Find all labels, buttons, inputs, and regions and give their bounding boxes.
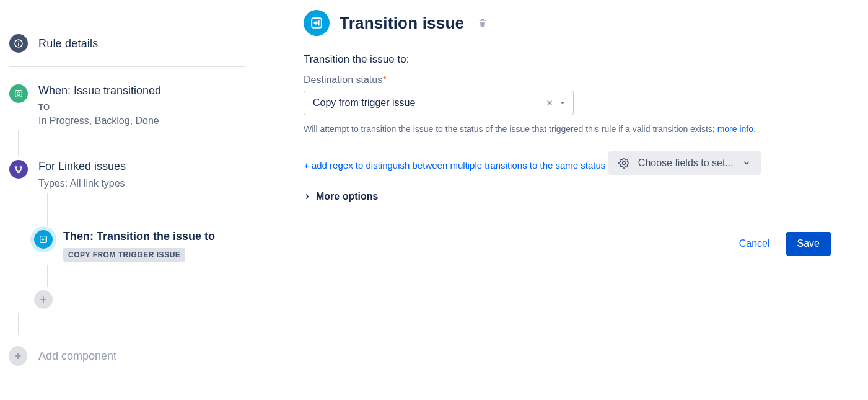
add-inner-component[interactable]: + <box>33 290 245 309</box>
main-header: Transition issue <box>304 10 843 36</box>
delete-action-button[interactable] <box>478 18 488 28</box>
choose-fields-label: Choose fields to set... <box>638 158 734 169</box>
more-options-toggle[interactable]: More options <box>304 191 843 202</box>
destination-status-help: Will attempt to transition the issue to … <box>304 123 843 135</box>
destination-status-label-text: Destination status <box>304 74 382 85</box>
connector-line <box>18 130 19 156</box>
connector-line <box>18 313 19 335</box>
branch-icon <box>9 160 28 179</box>
destination-status-select[interactable]: Copy from trigger issue <box>304 91 574 115</box>
transition-issue-icon <box>304 10 330 36</box>
form-actions: Cancel Save <box>304 232 843 256</box>
rail-divider <box>9 66 245 67</box>
transition-action-icon <box>34 230 53 249</box>
action-title: Then: Transition the issue to <box>63 230 215 243</box>
add-component-label: Add component <box>38 350 116 363</box>
destination-status-label: Destination status* <box>304 74 843 86</box>
lead-text: Transition the issue to: <box>304 53 843 66</box>
plus-icon: + <box>9 346 27 366</box>
svg-point-2 <box>18 41 19 42</box>
branch-node[interactable]: For Linked issues Types: All link types <box>9 160 245 189</box>
choose-fields-button[interactable]: Choose fields to set... <box>608 151 761 175</box>
caret-down-icon[interactable] <box>558 99 567 107</box>
add-component-row[interactable]: + Add component <box>9 346 245 366</box>
help-text-suffix: . <box>753 124 756 134</box>
save-button[interactable]: Save <box>786 232 831 256</box>
main-panel: Transition issue Transition the issue to… <box>254 0 868 400</box>
gear-icon <box>618 158 629 169</box>
more-options-label: More options <box>316 191 378 202</box>
trigger-title: When: Issue transitioned <box>38 84 161 97</box>
svg-point-11 <box>622 162 625 165</box>
rule-details-title: Rule details <box>38 37 98 50</box>
chevron-down-icon <box>742 159 751 167</box>
app-root: Rule details When: Issue transitioned TO… <box>0 0 868 400</box>
rule-details-row[interactable]: Rule details <box>9 34 245 53</box>
more-info-link[interactable]: more info <box>717 124 753 134</box>
trigger-statuses: In Progress, Backlog, Done <box>38 115 161 127</box>
branch-subtitle: Types: All link types <box>38 178 126 189</box>
action-node-selected[interactable]: Then: Transition the issue to COPY FROM … <box>33 230 245 262</box>
info-icon <box>9 34 28 53</box>
page-title: Transition issue <box>340 14 464 33</box>
transition-trigger-icon <box>9 84 28 103</box>
branch-title: For Linked issues <box>38 160 126 173</box>
cancel-button[interactable]: Cancel <box>735 232 774 256</box>
action-chip: COPY FROM TRIGGER ISSUE <box>63 248 185 262</box>
destination-status-field: Destination status* Copy from trigger is… <box>304 74 843 256</box>
connector-line <box>47 265 48 287</box>
required-asterisk: * <box>383 74 386 84</box>
chevron-right-icon <box>304 193 311 200</box>
plus-icon: + <box>34 290 53 309</box>
destination-status-value: Copy from trigger issue <box>313 97 541 109</box>
trigger-node[interactable]: When: Issue transitioned TO In Progress,… <box>9 84 245 127</box>
connector-line <box>47 193 48 226</box>
add-regex-link[interactable]: + add regex to distinguish between multi… <box>304 160 605 171</box>
rule-rail: Rule details When: Issue transitioned TO… <box>0 0 254 400</box>
trigger-to-label: TO <box>38 102 161 112</box>
clear-icon[interactable] <box>546 99 553 107</box>
help-text-prefix: Will attempt to transition the issue to … <box>304 124 717 134</box>
